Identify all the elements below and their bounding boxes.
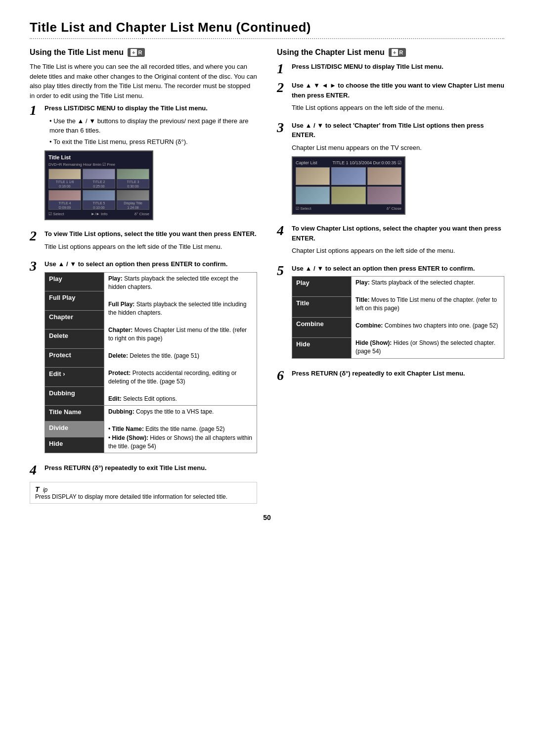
screen-cell-1: TITLE 1 1/6 0:16:00 <box>48 169 81 189</box>
chapter-cell-3 <box>367 167 401 185</box>
right-column: Using the Chapter List menu +R 1 Press L… <box>277 48 504 504</box>
right-step-2: 2 Use ▲ ▼ ◄ ► to choose the title you wa… <box>277 81 504 116</box>
table-row: Play Play: Starts playback the selected … <box>45 272 257 291</box>
right-section-title: Using the Chapter List menu +R <box>277 48 504 57</box>
right-step-4: 4 To view Chapter List options, select t… <box>277 224 504 259</box>
chapter-cell-4 <box>296 187 330 204</box>
menu-item-title-right: Title <box>292 297 352 317</box>
dvd-r-badge-right: +R <box>389 48 406 57</box>
right-step-1: 1 Press LIST/DISC MENU to display Title … <box>277 62 504 76</box>
menu-item-edit: Edit <box>45 368 104 387</box>
menu-item-play: Play <box>45 272 104 291</box>
right-step-5: 5 Use ▲ / ▼ to select an option then pre… <box>277 264 504 364</box>
screen-cell-4: TITLE 4 D:09:09 <box>48 190 81 210</box>
menu-desc-block2: Dubbing: Copys the title to a VHS tape. … <box>104 406 257 453</box>
screen-cell-5: TITLE 5 0:10:00 <box>83 190 115 210</box>
menu-item-combine: Combine <box>292 317 352 337</box>
screen-grid: TITLE 1 1/6 0:16:00 TITLE 2 0:25:00 TITL… <box>48 169 149 210</box>
left-intro: The Title List is where you can see the … <box>30 62 257 100</box>
divider <box>30 38 504 39</box>
screen-cell-6: Display Title 1:24:08 <box>117 190 149 210</box>
menu-item-fullplay: Full Play <box>45 291 104 311</box>
menu-item-protect: Protect <box>45 348 104 368</box>
step1-bullets: Use the ▲ / ▼ buttons to display the pre… <box>44 116 257 147</box>
left-section-title: Using the Title List menu +R <box>30 48 257 57</box>
right-step-6: 6 Press RETURN (δ°) repeatedly to exit C… <box>277 369 504 382</box>
menu-item-chapter: Chapter <box>45 310 104 330</box>
chapter-cell-2 <box>331 167 365 185</box>
menu-desc-block: Play: Starts playback the selected title… <box>104 272 257 406</box>
chapter-cell-6 <box>367 187 401 204</box>
left-column: Using the Title List menu +R The Title L… <box>30 48 257 504</box>
menu-item-titlename: Title Name <box>45 406 104 422</box>
menu-item-divide: Divide <box>45 422 104 437</box>
chapter-cell-5 <box>331 187 365 204</box>
title-list-screen: Title List DVD+R Remaining Hour 8min ☑ F… <box>44 150 153 220</box>
step-1: 1 Press LIST/DISC MENU to display the Ti… <box>30 103 257 224</box>
screen-cell-2: TITLE 2 0:25:00 <box>83 169 115 189</box>
chapter-list-menu-table: Play Play: Starts playback of the select… <box>292 276 504 359</box>
step-3: 3 Use ▲ / ▼ to select an option then pre… <box>30 259 257 458</box>
menu-item-hide-right: Hide <box>292 338 352 358</box>
menu-item-delete: Delete <box>45 330 104 349</box>
chapter-cell-1 <box>296 167 330 185</box>
tip-icon: T <box>35 485 40 493</box>
menu-item-hide-left: Hide <box>45 437 104 453</box>
two-column-layout: Using the Title List menu +R The Title L… <box>30 48 504 504</box>
table-row: Play Play: Starts playback of the select… <box>292 277 504 297</box>
page-number: 50 <box>30 514 504 521</box>
chapter-grid <box>296 167 401 204</box>
right-step-3: 3 Use ▲ / ▼ to select 'Chapter' from Tit… <box>277 121 504 219</box>
menu-item-dubbing: Dubbing <box>45 386 104 406</box>
tip-box: T ip Press DISPLAY to display more detai… <box>30 482 257 504</box>
chapter-list-screen: Capter List TITLE 1 10/13/2004 Dur:0:00:… <box>292 156 405 215</box>
table-row: Title Name Dubbing: Copys the title to a… <box>45 406 257 422</box>
menu-item-play-right: Play <box>292 277 352 297</box>
screen-cell-3: TITLE 3 0:30:00 <box>117 169 149 189</box>
page-title: Title List and Chapter List Menu (Contin… <box>30 20 504 35</box>
title-list-menu-table: Play Play: Starts playback the selected … <box>44 272 257 454</box>
dvd-r-badge: +R <box>128 48 145 57</box>
step-4: 4 Press RETURN (δ°) repeatedly to exit T… <box>30 463 257 477</box>
step-2: 2 To view Title List options, select the… <box>30 229 257 254</box>
chapter-menu-desc: Play: Starts playback of the selected ch… <box>352 277 504 359</box>
